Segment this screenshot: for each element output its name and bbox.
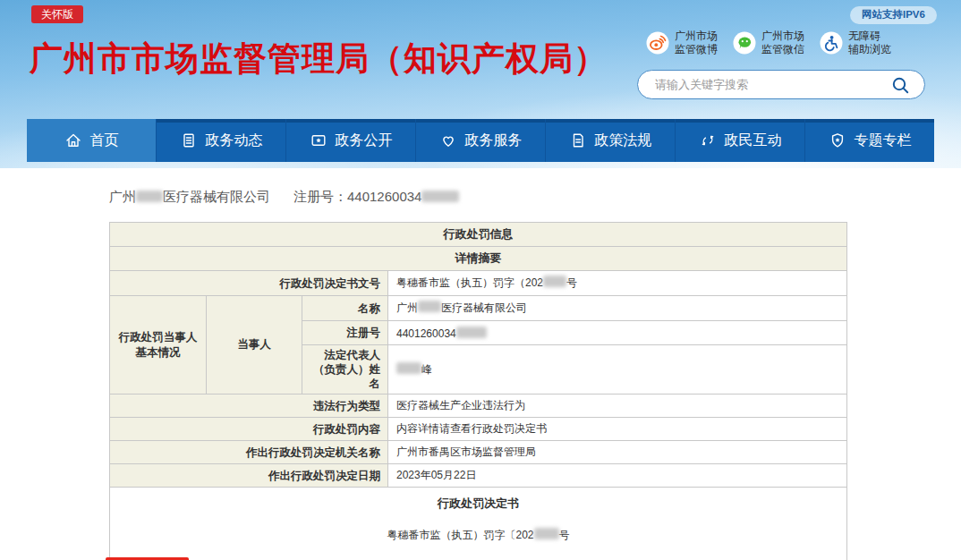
- doc-no-prefix: 粤穗番市监（执五）罚字（202: [396, 276, 543, 289]
- weibo-icon: [646, 31, 669, 55]
- ipv6-badge: 网站支持IPV6: [850, 6, 937, 24]
- nav-item-label: 政务服务: [465, 132, 523, 150]
- social-links: 广州市场 监管微博 广州市场 监管微信: [646, 30, 891, 56]
- wechat-label-line2: 监管微信: [761, 43, 804, 55]
- decision-date-value: 2023年05月22日: [388, 464, 847, 488]
- table-title: 行政处罚信息: [110, 223, 847, 247]
- redacted-text: [396, 362, 421, 374]
- nav-item-disclosure[interactable]: 政务公开: [286, 119, 416, 162]
- legal-rep-suffix: 峰: [421, 363, 432, 376]
- decision-date-label: 作出行政处罚决定日期: [110, 464, 388, 488]
- home-icon: [64, 132, 82, 149]
- site-title: 广州市市场监督管理局（知识产权局）: [30, 37, 608, 81]
- nav-item-home[interactable]: 首页: [27, 119, 157, 162]
- card-star-icon: [310, 132, 327, 149]
- nav-item-interaction[interactable]: 政民互动: [676, 119, 805, 162]
- redacted-text: [543, 276, 566, 287]
- document-lines-icon: [180, 132, 198, 149]
- nav-item-label: 政务动态: [206, 132, 263, 150]
- redacted-text: [534, 528, 559, 539]
- search-input[interactable]: [638, 71, 924, 98]
- nav-item-label: 政民互动: [725, 132, 782, 150]
- decision-doc-cell: 行政处罚决定书 粤穗番市监（执五）罚字〔202号 罚款200500元: [110, 488, 847, 560]
- nav-item-label: 政策法规: [595, 132, 652, 150]
- accessibility-icon: [820, 31, 843, 55]
- nav-item-topics[interactable]: 专题专栏: [805, 119, 934, 162]
- regno-label: 注册号：: [293, 189, 347, 204]
- search-box: [637, 70, 925, 99]
- redacted-text: [418, 301, 441, 312]
- name-prefix: 广州: [396, 301, 418, 314]
- wechat-link[interactable]: 广州市场 监管微信: [733, 30, 804, 56]
- violation-type-value: 医疗器械生产企业违法行为: [388, 395, 847, 418]
- nav-item-label: 专题专栏: [855, 132, 912, 150]
- name-label: 名称: [302, 296, 388, 321]
- decision-docno-prefix: 粤穗番市监（执五）罚字〔202: [387, 529, 533, 541]
- redacted-text: [421, 191, 459, 202]
- main-nav: 首页 政务动态 政务公开: [27, 119, 934, 162]
- page-icon: [569, 132, 587, 149]
- table-subtitle: 详情摘要: [110, 247, 847, 271]
- wechat-label: 广州市场 监管微信: [761, 30, 804, 56]
- authority-value: 广州市番禺区市场监督管理局: [388, 441, 847, 464]
- legal-rep-value: 峰: [388, 345, 847, 395]
- table-regno-prefix: 4401260034: [396, 327, 456, 340]
- weibo-label-line2: 监管微博: [675, 43, 718, 55]
- decision-doc-number: 粤穗番市监（执五）罚字〔202号: [112, 528, 845, 543]
- accessibility-label-line1: 无障碍: [848, 30, 880, 42]
- weibo-link[interactable]: 广州市场 监管微博: [646, 30, 718, 56]
- nav-item-policies[interactable]: 政策法规: [546, 119, 676, 162]
- penalty-content-label: 行政处罚内容: [110, 418, 388, 441]
- accessibility-label: 无障碍 辅助浏览: [848, 30, 891, 56]
- page: 关怀版 网站支持IPV6 广州市市场监督管理局（知识产权局） 广州市场 监管微博: [0, 0, 961, 560]
- accessibility-link[interactable]: 无障碍 辅助浏览: [820, 30, 891, 56]
- nav-item-label: 政务公开: [336, 132, 393, 150]
- badge-star-icon: [829, 132, 846, 149]
- decision-doc-title: 行政处罚决定书: [112, 496, 845, 512]
- search-icon[interactable]: [891, 76, 910, 95]
- name-suffix: 医疗器械有限公司: [441, 301, 527, 314]
- decision-docno-suffix: 号: [559, 529, 570, 541]
- regno-value: 4401260034: [347, 189, 421, 204]
- doc-no-value: 粤穗番市监（执五）罚字（202号: [388, 271, 847, 296]
- redacted-text: [136, 191, 163, 202]
- weibo-label: 广州市场 监管微博: [675, 30, 718, 56]
- wechat-icon: [733, 31, 756, 55]
- doc-no-suffix: 号: [566, 276, 577, 289]
- nav-item-label: 首页: [90, 132, 119, 150]
- nav-item-news[interactable]: 政务动态: [157, 119, 286, 162]
- table-regno-label: 注册号: [302, 321, 388, 345]
- table-regno-value: 4401260034: [388, 321, 847, 345]
- heart-icon: [439, 132, 457, 149]
- party-label: 当事人: [207, 296, 302, 395]
- party-group-label: 行政处罚当事人基本情况: [110, 296, 207, 395]
- name-value: 广州医疗器械有限公司: [388, 296, 847, 321]
- nav-item-services[interactable]: 政务服务: [416, 119, 546, 162]
- penalty-info-table: 行政处罚信息 详情摘要 行政处罚决定书文号 粤穗番市监（执五）罚字（202号 行…: [109, 222, 847, 560]
- violation-type-label: 违法行为类型: [110, 395, 388, 418]
- weibo-label-line1: 广州市场: [675, 30, 718, 42]
- doc-no-label: 行政处罚决定书文号: [110, 271, 388, 296]
- accessibility-label-line2: 辅助浏览: [848, 43, 891, 55]
- interaction-arrows-icon: [699, 132, 717, 149]
- company-name-prefix: 广州: [109, 189, 136, 204]
- legal-rep-label: 法定代表人（负责人）姓名: [302, 345, 388, 395]
- care-version-badge[interactable]: 关怀版: [31, 5, 83, 23]
- authority-label: 作出行政处罚决定机关名称: [110, 441, 388, 464]
- company-name-suffix: 医疗器械有限公司: [163, 189, 270, 204]
- company-headline: 广州医疗器械有限公司注册号：4401260034: [109, 189, 459, 206]
- redacted-text: [456, 327, 487, 338]
- wechat-label-line1: 广州市场: [761, 30, 804, 42]
- penalty-content-value: 内容详情请查看行政处罚决定书: [388, 418, 847, 441]
